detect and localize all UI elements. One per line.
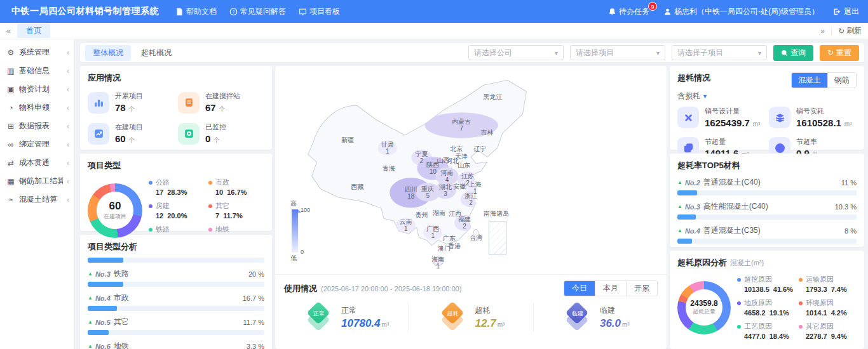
legend-low-label: 低 bbox=[290, 254, 316, 263]
sidebar-item-数据报表[interactable]: ⊞数据报表‹ bbox=[0, 117, 74, 135]
legend-name: 地铁 bbox=[215, 225, 229, 234]
rank-label: No.6 bbox=[95, 343, 111, 349]
map-label-浙江: 浙江2 bbox=[465, 192, 477, 206]
legend-pct: 4.2% bbox=[831, 309, 847, 317]
province-name: 浙江 bbox=[465, 192, 477, 199]
legend-values: 10138.541.6% bbox=[744, 286, 795, 293]
refresh-button[interactable]: ↻ 刷新 bbox=[838, 25, 862, 36]
stat-text: 在建搅拌站67 个 bbox=[205, 91, 240, 114]
map-label-广西: 广西1 bbox=[426, 225, 439, 239]
rank-bar-fill bbox=[677, 214, 696, 220]
rank-label: No.4 bbox=[685, 227, 700, 235]
reason-donut-chart: 24359.8 超耗总量 bbox=[677, 281, 731, 334]
legend-item-name: 地铁 bbox=[208, 225, 264, 234]
rank-row-line: ▲No.4市政16.7 % bbox=[88, 293, 264, 303]
map-label-台湾: 台湾 bbox=[470, 234, 482, 240]
logout-icon bbox=[833, 8, 841, 16]
expand-tabs-icon[interactable]: » bbox=[820, 27, 825, 36]
sidebar-item-成本贯通[interactable]: ⇄成本贯通‹ bbox=[0, 154, 74, 172]
legend-item-运输原因: 运输原因1793.37.4% bbox=[799, 275, 857, 293]
chevron-left-icon: ‹ bbox=[67, 195, 69, 204]
sidebar-item-物料申领[interactable]: ◔物料申领‹ bbox=[0, 98, 74, 117]
select-placeholder: 请选择子项目 bbox=[677, 48, 758, 58]
tab-home[interactable]: 首页 bbox=[17, 23, 50, 38]
filter-select-3[interactable]: 请选择子项目▾ bbox=[672, 45, 767, 60]
rank-row-No.3: ▲No.3高性能混凝土(C40)10.3 % bbox=[677, 201, 857, 220]
up-triangle-icon: ▲ bbox=[88, 271, 93, 277]
app-overview-stats: 开累项目78 个在建搅拌站67 个在建项目60 个已监控0 个 bbox=[88, 91, 264, 145]
rank-value: 8 % bbox=[844, 227, 857, 235]
sidebar-item-label: 绑定管理 bbox=[19, 139, 63, 150]
logout-button[interactable]: 退出 bbox=[833, 6, 859, 17]
legend-value: 4658.2 bbox=[744, 309, 766, 317]
range-tab-开累[interactable]: 开累 bbox=[626, 281, 657, 296]
china-map: 新疆西藏青海甘肃1内蒙古7黑龙江吉林辽宁北京天津河北山西山东宁夏2陕西10河南4… bbox=[275, 66, 667, 274]
map-label-湖北: 湖北3 bbox=[439, 183, 452, 197]
right-column: 超耗情况 混凝土钢筋 含损耗 ▼ 销号设计量1625439.7 m³销号实耗16… bbox=[670, 66, 864, 349]
sidebar-item-基础信息[interactable]: ▥基础信息‹ bbox=[0, 62, 74, 80]
rank-value: 20 % bbox=[248, 270, 264, 278]
province-name: 江苏 bbox=[461, 173, 474, 180]
map-color-legend: 高 100 0 低 bbox=[290, 199, 316, 263]
range-tab-本月[interactable]: 本月 bbox=[595, 281, 626, 296]
legend-pct: 28.3% bbox=[167, 188, 187, 196]
header-menu-item-1[interactable]: 帮助文档 bbox=[175, 6, 217, 17]
usage-stat-value: 12.7m³ bbox=[475, 317, 505, 330]
legend-count: 17 bbox=[156, 188, 163, 196]
province-name: 山东 bbox=[458, 162, 470, 169]
logout-label: 退出 bbox=[844, 6, 859, 17]
reason-center-label: 超耗总量 bbox=[693, 308, 715, 316]
refresh-label: 刷新 bbox=[846, 25, 862, 36]
sidebar-item-混凝土结算[interactable]: ≈混凝土结算‹ bbox=[0, 190, 74, 209]
user-menu[interactable]: 杨忠利（中铁一局四公司-处(局)级管理员） bbox=[663, 6, 819, 17]
legend-value: 1793.3 bbox=[806, 286, 827, 293]
province-name: 贵州 bbox=[415, 211, 428, 218]
header-menu-label: 项目看板 bbox=[309, 6, 340, 17]
todo-tasks-button[interactable]: 待办任务 9 bbox=[608, 6, 649, 17]
view-tab-超耗概况[interactable]: 超耗概况 bbox=[133, 45, 179, 61]
sidebar-item-绑定管理[interactable]: ∞绑定管理‹ bbox=[0, 135, 74, 154]
sidebar-item-物资计划[interactable]: ▣物资计划‹ bbox=[0, 80, 74, 98]
map-label-澳门: 澳门 bbox=[438, 245, 451, 252]
loss-dropdown[interactable]: 含损耗 ▼ bbox=[677, 91, 708, 102]
caret-down-icon: ▾ bbox=[555, 49, 558, 56]
rank-bar-track bbox=[88, 306, 264, 311]
legend-value: 1014.1 bbox=[806, 309, 827, 317]
sidebar-item-系统管理[interactable]: ⚙系统管理‹ bbox=[0, 43, 74, 62]
map-label-四川: 四川18 bbox=[405, 186, 417, 200]
south-china-sea-inset bbox=[489, 221, 506, 254]
reset-button[interactable]: ↻ 重置 bbox=[820, 45, 859, 61]
province-name: 重庆 bbox=[421, 185, 434, 192]
stat-在建项目: 在建项目60 个 bbox=[88, 122, 174, 145]
app-overview-title: 应用情况 bbox=[88, 72, 264, 84]
view-tab-整体概况[interactable]: 整体概况 bbox=[85, 45, 131, 61]
map-label-西藏: 西藏 bbox=[351, 183, 363, 190]
rank-value: 3.3 % bbox=[247, 343, 264, 349]
usage-stat-value: 36.0m³ bbox=[600, 317, 630, 330]
filter-select-1[interactable]: 请选择公司▾ bbox=[468, 45, 564, 60]
search-button[interactable]: 查询 bbox=[773, 45, 813, 61]
range-tab-今日[interactable]: 今日 bbox=[564, 281, 595, 296]
map-label-福建: 福建2 bbox=[458, 216, 471, 230]
header-menu-item-2[interactable]: ?常见疑问解答 bbox=[229, 6, 286, 17]
filter-select-2[interactable]: 请选择项目▾ bbox=[570, 45, 665, 60]
todo-tasks-label: 待办任务 bbox=[619, 6, 649, 17]
loss-dropdown-label: 含损耗 bbox=[677, 91, 700, 102]
sidebar-item-钢筋加工结算[interactable]: ▦钢筋加工结算‹ bbox=[0, 172, 74, 190]
up-triangle-icon: ▲ bbox=[677, 204, 682, 209]
province-name: 北京 bbox=[450, 145, 463, 152]
toggle-钢筋[interactable]: 钢筋 bbox=[827, 73, 856, 88]
header-menu-item-3[interactable]: 项目看板 bbox=[299, 6, 340, 17]
province-value: 1 bbox=[426, 232, 439, 239]
stat-value: 67 个 bbox=[205, 102, 240, 114]
province-name: 河南 bbox=[440, 169, 453, 176]
toggle-混凝土[interactable]: 混凝土 bbox=[792, 73, 827, 88]
up-triangle-icon: ▲ bbox=[88, 343, 93, 349]
collapse-tabs-icon[interactable]: « bbox=[6, 26, 11, 36]
rank-row-No.3: ▲No.3铁路20 % bbox=[88, 268, 264, 287]
stat-label: 开累项目 bbox=[115, 91, 143, 101]
rank-value: 11 % bbox=[841, 179, 857, 187]
report-icon: ⊞ bbox=[6, 122, 15, 131]
page: 中铁一局四公司材料销号制管理系统 帮助文档?常见疑问解答项目看板 待办任务 9 … bbox=[0, 0, 868, 349]
rank-row-No.5: ▲No.5其它11.7 % bbox=[88, 317, 264, 335]
